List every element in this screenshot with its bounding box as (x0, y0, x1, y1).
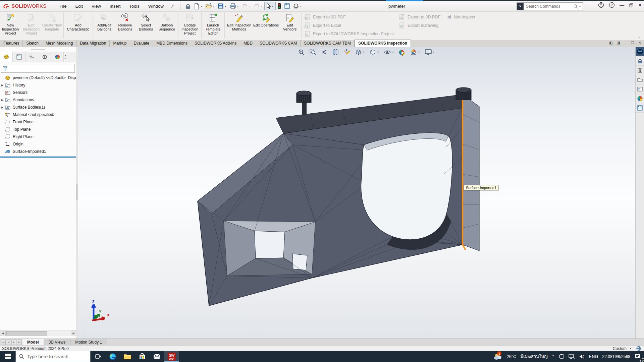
options-gear-button[interactable]: ▼ (292, 2, 303, 10)
redo-button[interactable]: ▼ (253, 3, 264, 9)
tree-item-origin[interactable]: Origin (0, 140, 76, 148)
doc-close-icon[interactable]: ✕ (638, 41, 641, 45)
options-dropdown[interactable]: ▼ (300, 5, 302, 7)
tree-item-front-plane[interactable]: Front Plane (0, 118, 76, 126)
select-tool-dropdown[interactable]: ▼ (272, 5, 274, 7)
weather-widget[interactable]: 1 (492, 351, 504, 362)
save-dropdown[interactable]: ▼ (224, 5, 227, 7)
tab-solidworks-cam-tbm[interactable]: SOLIDWORKS CAM TBM (301, 40, 355, 47)
tab-mbd-dimensions[interactable]: MBD Dimensions (153, 40, 191, 47)
section-view-icon[interactable] (332, 49, 339, 56)
edit-inspection-project-button[interactable]: Edit Inspection Project (21, 12, 42, 39)
menu-insert[interactable]: Insert (105, 2, 125, 11)
ribbon-collapse-chevron[interactable]: ⌃ (638, 36, 641, 40)
edit-appearance-icon[interactable] (398, 49, 406, 56)
mail-button[interactable] (150, 351, 164, 362)
panel-tab-scroll-arrows[interactable]: ◂▸ (64, 52, 67, 62)
open-button[interactable]: ▼ (204, 2, 216, 10)
search-commands-box[interactable]: > Search Commands ▼ (517, 2, 583, 10)
export-excel-item[interactable]: Export to Excel (303, 21, 397, 29)
rebuild-traffic-light-icon[interactable] (276, 2, 282, 10)
balloon-sequence-button[interactable]: 1 2 Balloon Sequence (156, 12, 177, 39)
temperature-text[interactable]: 26°C (504, 351, 518, 362)
solidworks-app-button[interactable]: SW 2024 (164, 351, 179, 362)
3dexperience-tab[interactable] (636, 47, 644, 56)
last-tab-button[interactable]: ▶| (17, 340, 22, 345)
open-dropdown[interactable]: ▼ (213, 5, 215, 7)
tree-item-sensors[interactable]: Sensors (0, 89, 76, 96)
tab-evaluate[interactable]: Evaluate (130, 40, 153, 47)
feature-manager-tab[interactable] (0, 52, 13, 62)
search-magnifier-icon[interactable] (573, 4, 579, 9)
edge-button[interactable] (105, 351, 120, 362)
export-edrawing-item[interactable]: e Export eDrawing (397, 21, 444, 29)
close-button[interactable]: ✕ (638, 2, 642, 8)
appearances-scenes-tab[interactable] (636, 94, 644, 103)
tab-3d-views[interactable]: 3D Views (44, 339, 70, 346)
tab-data-migration[interactable]: Data Migration (76, 40, 110, 47)
home-button[interactable] (184, 2, 192, 10)
volume-icon[interactable] (577, 351, 587, 362)
hide-show-annotations-icon[interactable]: A (343, 49, 351, 56)
tree-item-surface-bodies[interactable]: ▶ Surface Bodies(1) (0, 104, 76, 111)
tab-markup[interactable]: Markup (110, 40, 130, 47)
display-style-icon[interactable]: ▼ (369, 49, 379, 56)
print-button[interactable]: ▼ (228, 2, 240, 10)
view-settings-dropdown[interactable]: ▼ (433, 51, 435, 53)
solidworks-resources-tab[interactable] (636, 56, 644, 66)
tree-horizontal-scrollbar[interactable]: ◀ ▶ (0, 330, 76, 336)
edit-vendors-button[interactable]: Edit Vendors (279, 12, 300, 39)
clock-widget[interactable]: 22:08 19/6/2568 (600, 351, 632, 362)
tab-solidworks-inspection[interactable]: SOLIDWORKS Inspection (355, 40, 411, 47)
tab-mbd[interactable]: MBD (240, 40, 256, 47)
restore-button[interactable] (629, 3, 633, 7)
file-properties-button[interactable] (283, 2, 291, 10)
tab-features[interactable]: Features (0, 40, 23, 47)
display-state-caret[interactable]: ▲ (629, 347, 632, 350)
undo-button[interactable]: ▼ (241, 3, 252, 9)
edit-inspection-methods-button[interactable]: Edit Inspection Methods (226, 12, 253, 39)
menu-view[interactable]: View (87, 2, 105, 11)
view-settings-icon[interactable]: ▼ (425, 49, 435, 56)
panel-grab-handle[interactable] (0, 47, 76, 52)
print-dropdown[interactable]: ▼ (237, 5, 239, 7)
doc-restore-icon[interactable]: ❐ (631, 41, 634, 45)
new-document-button[interactable]: ▼ (193, 2, 204, 10)
pane-right-icon[interactable]: ◨ (617, 41, 620, 45)
network-display-icon[interactable] (567, 351, 577, 362)
edit-operations-button[interactable]: Edit Operations (253, 12, 279, 39)
task-view-button[interactable] (91, 351, 105, 362)
start-button[interactable] (0, 351, 15, 362)
redo-dropdown[interactable]: ▼ (260, 5, 263, 7)
next-tab-button[interactable]: ▶ (11, 340, 16, 345)
update-inspection-project-button[interactable]: Update Inspection Project (179, 12, 200, 39)
file-explorer-tab[interactable] (636, 75, 644, 84)
menu-file[interactable]: File (55, 2, 71, 11)
view-orientation-dropdown[interactable]: ▼ (363, 51, 365, 53)
tree-filter-input[interactable] (1, 64, 75, 73)
zoom-to-area-icon[interactable] (309, 49, 316, 56)
tab-model[interactable]: Model (22, 339, 44, 346)
screen-cast-icon[interactable] (557, 351, 567, 362)
launch-template-editor-button[interactable]: Launch Template Editor (203, 12, 223, 39)
new-document-dropdown[interactable]: ▼ (200, 5, 203, 7)
tree-item-history[interactable]: ▶ History (0, 81, 76, 89)
display-state-label[interactable]: Custom (613, 346, 627, 351)
dimxpert-manager-tab[interactable] (38, 52, 51, 62)
undo-dropdown[interactable]: ▼ (249, 5, 251, 7)
action-center-button[interactable]: 2 (632, 351, 644, 362)
rollback-bar[interactable] (0, 157, 76, 158)
expand-arrow-icon[interactable]: ▶ (0, 84, 5, 87)
file-explorer-button[interactable] (120, 351, 135, 362)
tree-item-right-plane[interactable]: Right Plane (0, 133, 76, 140)
net-inspect-item[interactable]: ni Net-Inspect (446, 13, 479, 21)
add-edit-balloons-button[interactable]: 111 Add/Edit Balloons (94, 12, 115, 39)
pin-menu-icon[interactable] (170, 4, 175, 8)
menu-window[interactable]: Window (144, 2, 168, 11)
hide-show-items-dropdown[interactable]: ▼ (392, 51, 394, 53)
export-3d-pdf-item[interactable]: 3DPDF Export to 3D PDF (397, 13, 444, 21)
export-2d-pdf-item[interactable]: PDF Export to 2D PDF (303, 13, 397, 21)
graphics-viewport[interactable]: A ▼ ▼ ▼ ▼ (78, 47, 635, 339)
scrollbar-thumb[interactable] (6, 331, 47, 336)
minimize-button[interactable]: — (620, 2, 624, 8)
